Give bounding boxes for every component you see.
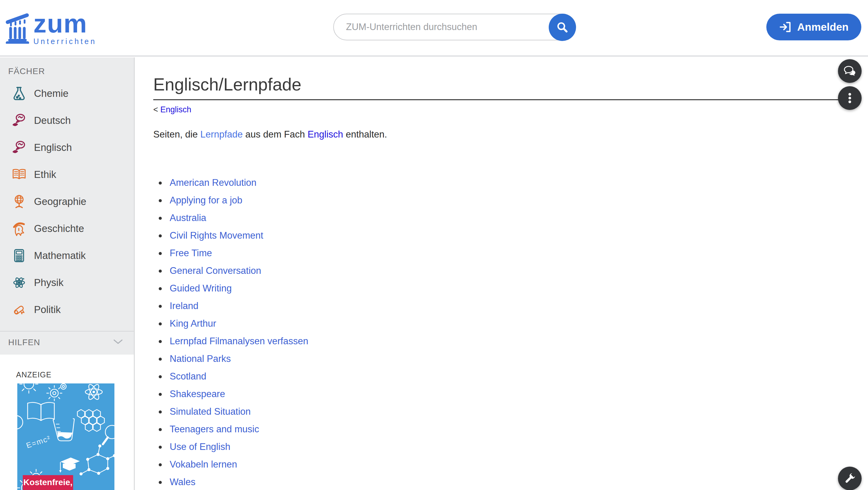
ad-label: ANZEIGE <box>0 370 134 379</box>
list-item: Use of English <box>159 438 850 456</box>
zum-logo[interactable]: zum Unterrichten <box>5 11 96 46</box>
spartan-helmet-icon <box>11 221 27 236</box>
sidebar-section-hilfen-toggle[interactable]: HILFEN <box>0 332 134 354</box>
page-title: Englisch/Lernpfade <box>153 74 850 100</box>
breadcrumb: < Englisch <box>153 105 850 115</box>
page-link[interactable]: King Arthur <box>169 318 216 329</box>
sidebar-item-label: Physik <box>34 277 63 288</box>
list-item: King Arthur <box>159 315 850 332</box>
flask-icon <box>11 86 27 101</box>
page-link[interactable]: Australia <box>169 213 206 223</box>
sidebar-item-geschichte[interactable]: Geschichte <box>0 215 134 242</box>
login-arrow-icon <box>779 21 792 33</box>
more-options-button[interactable] <box>838 86 862 110</box>
discussion-button[interactable] <box>838 59 862 83</box>
logo-subtitle: Unterrichten <box>33 37 96 46</box>
list-item: General Conversation <box>159 262 850 280</box>
calculator-icon <box>11 248 27 263</box>
page-link[interactable]: Scotland <box>169 371 206 381</box>
search-bar <box>333 14 576 40</box>
page-link[interactable]: National Parks <box>169 354 231 364</box>
ad-banner: Kostenfreie, <box>23 475 73 490</box>
page-link[interactable]: Use of English <box>169 441 230 452</box>
open-book-icon <box>11 167 27 182</box>
login-label: Anmelden <box>797 21 848 33</box>
list-item: Lernpfad Filmanalysen verfassen <box>159 332 850 350</box>
ad-banner-text: Kostenfreie, <box>23 478 72 487</box>
sidebar-item-englisch[interactable]: Englisch <box>0 134 134 161</box>
sidebar-item-label: Politik <box>34 304 61 315</box>
sidebar-item-label: Geographie <box>34 196 86 207</box>
intro-text: enthalten. <box>343 129 387 140</box>
sidebar-item-physik[interactable]: Physik <box>0 269 134 296</box>
intro-text: Seiten, die <box>153 129 200 140</box>
sidebar-section-faecher: FÄCHER <box>0 66 134 76</box>
page-link[interactable]: Guided Writing <box>169 283 231 294</box>
scroll-icon <box>11 302 27 317</box>
page-link[interactable]: Applying for a job <box>169 195 243 206</box>
sidebar-item-politik[interactable]: Politik <box>0 296 134 323</box>
page-list: American Revolution Applying for a job A… <box>153 174 850 490</box>
sidebar-item-deutsch[interactable]: Deutsch <box>0 107 134 134</box>
hilfen-label: HILFEN <box>8 338 40 347</box>
main-content: Englisch/Lernpfade < Englisch Seiten, di… <box>136 57 868 490</box>
breadcrumb-link-englisch[interactable]: Englisch <box>160 105 191 114</box>
intro-paragraph: Seiten, die Lernpfade aus dem Fach Engli… <box>153 128 850 141</box>
page-link[interactable]: Lernpfad Filmanalysen verfassen <box>169 336 308 346</box>
sidebar-item-chemie[interactable]: Chemie <box>0 80 134 107</box>
atom-icon <box>11 275 27 290</box>
sidebar-item-mathematik[interactable]: Mathematik <box>0 242 134 269</box>
page-link[interactable]: Wales <box>169 477 195 487</box>
sidebar-item-label: Englisch <box>34 142 72 153</box>
chevron-down-icon <box>113 339 123 346</box>
page-link[interactable]: Ireland <box>169 301 198 311</box>
sidebar-item-label: Geschichte <box>34 223 84 234</box>
list-item: Vokabeln lernen <box>159 456 850 473</box>
page-link[interactable]: Civil Rights Movement <box>169 230 263 241</box>
page-link[interactable]: General Conversation <box>169 265 261 276</box>
sidebar-item-label: Chemie <box>34 88 69 99</box>
globe-icon <box>11 194 27 209</box>
tools-button[interactable] <box>838 467 862 490</box>
intro-link-lernpfade[interactable]: Lernpfade <box>200 129 243 140</box>
zum-unterrichten-page: zum Unterrichten Anmelden FÄC <box>0 0 868 490</box>
sidebar-item-label: Deutsch <box>34 115 71 126</box>
subject-list: Chemie Deutsch <box>0 80 134 323</box>
advertisement-image[interactable]: E=mc² Kostenfreie, <box>17 384 115 490</box>
temple-columns-icon <box>5 11 29 44</box>
logo-title: zum <box>33 11 96 35</box>
list-item: American Revolution <box>159 174 850 191</box>
page-link[interactable]: American Revolution <box>169 177 256 188</box>
intro-link-englisch[interactable]: Englisch <box>307 129 343 140</box>
page-link[interactable]: Vokabeln lernen <box>169 459 237 470</box>
page-link[interactable]: Simulated Situation <box>169 406 251 417</box>
science-doodles-graphic <box>17 384 115 490</box>
kebab-menu-icon <box>843 91 857 105</box>
search-button[interactable] <box>549 14 576 41</box>
breadcrumb-prefix: < <box>153 105 158 114</box>
speech-lips-icon <box>11 140 27 155</box>
sidebar-item-label: Mathematik <box>34 250 86 262</box>
chat-bubbles-icon <box>843 64 857 78</box>
sidebar-item-ethik[interactable]: Ethik <box>0 161 134 188</box>
sidebar: FÄCHER Chemie <box>0 57 135 490</box>
intro-text: aus dem Fach <box>243 129 308 140</box>
page-link[interactable]: Shakespeare <box>169 389 225 399</box>
list-item: Wales <box>159 473 850 490</box>
login-button[interactable]: Anmelden <box>766 14 861 40</box>
list-item: Free Time <box>159 244 850 262</box>
page-link[interactable]: Teenagers and music <box>169 424 259 434</box>
list-item: Australia <box>159 209 850 227</box>
sidebar-item-geographie[interactable]: Geographie <box>0 188 134 215</box>
search-icon <box>556 21 569 34</box>
search-input[interactable] <box>346 14 540 40</box>
list-item: Teenagers and music <box>159 421 850 438</box>
list-item: Guided Writing <box>159 280 850 297</box>
list-item: Ireland <box>159 297 850 315</box>
speech-lips-icon <box>11 113 27 128</box>
list-item: Simulated Situation <box>159 403 850 421</box>
list-item: Scotland <box>159 368 850 385</box>
ad-block: ANZEIGE <box>0 355 134 490</box>
sidebar-item-label: Ethik <box>34 169 56 180</box>
page-link[interactable]: Free Time <box>169 248 212 258</box>
